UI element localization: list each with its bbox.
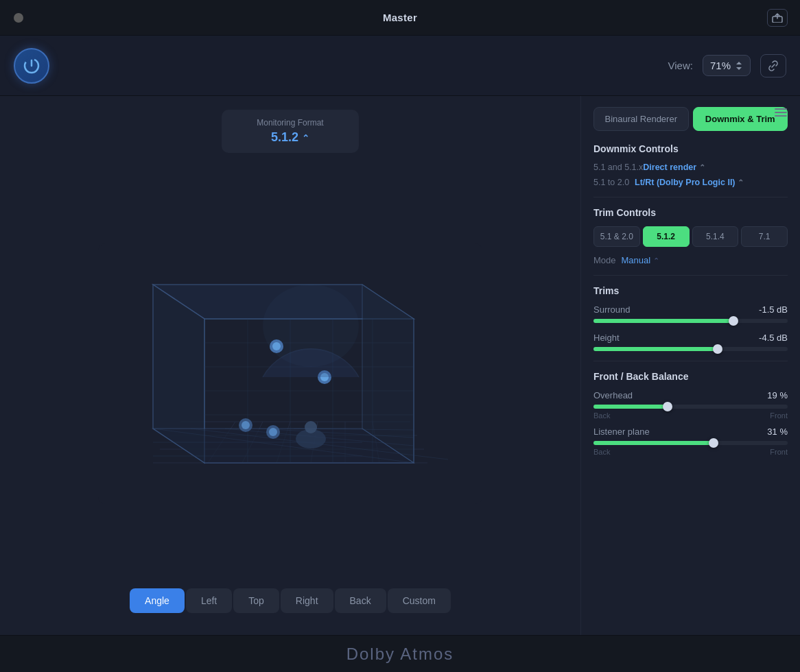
listener-label: Listener plane — [593, 427, 650, 437]
view-stepper[interactable]: 71% — [703, 55, 751, 76]
overhead-back-label: Back — [593, 411, 610, 420]
height-slider-fill — [593, 347, 718, 351]
downmix-value-2[interactable]: Lt/Rt (Dolby Pro Logic II) ⌃ — [635, 178, 744, 187]
main-content: Monitoring Format 5.1.2 ⌃ — [0, 96, 800, 635]
mode-value[interactable]: Manual ⌃ — [622, 255, 659, 265]
downmix-value-1[interactable]: Direct render ⌃ — [643, 163, 705, 172]
cube-visualization — [98, 243, 482, 504]
monitoring-label: Monitoring Format — [235, 118, 345, 128]
downmix-row-1: 5.1 and 5.1.x Direct render ⌃ — [593, 163, 788, 172]
listener-back-label: Back — [593, 448, 610, 456]
height-slider-thumb[interactable] — [713, 344, 722, 354]
trims-title: Trims — [593, 285, 788, 296]
view-btn-back[interactable]: Back — [335, 588, 386, 613]
view-btn-custom[interactable]: Custom — [388, 588, 451, 613]
downmix-row-2: 5.1 to 2.0 Lt/Rt (Dolby Pro Logic II) ⌃ — [593, 178, 788, 187]
svg-point-39 — [242, 421, 250, 429]
mode-label: Mode — [593, 255, 616, 265]
view-btn-top[interactable]: Top — [233, 588, 279, 613]
view-buttons-group: Angle Left Top Right Back Custom — [14, 580, 567, 621]
panel-menu-icon[interactable] — [774, 107, 788, 121]
main-tab-group: Binaural Renderer Downmix & Trim — [593, 107, 788, 131]
overhead-value: 19 % — [767, 390, 788, 400]
titlebar-title: Master — [383, 12, 417, 23]
svg-point-44 — [263, 285, 359, 367]
trim-tab-514[interactable]: 5.1.4 — [692, 226, 739, 247]
downmix-format-2: 5.1 to 2.0 — [593, 178, 635, 187]
overhead-front-label: Front — [770, 411, 788, 420]
listener-slider-section: Listener plane 31 % — [593, 427, 788, 445]
surround-slider-thumb[interactable] — [729, 316, 738, 326]
listener-back-front-labels: Back Front — [593, 448, 788, 456]
surround-value: -1.5 dB — [759, 304, 788, 315]
view-value: 71% — [710, 60, 731, 71]
divider-1 — [593, 197, 788, 197]
titlebar-dot — [14, 13, 23, 23]
titlebar: Master — [0, 0, 800, 36]
export-button[interactable] — [767, 9, 788, 27]
trim-tab-71[interactable]: 7.1 — [741, 226, 788, 247]
height-slider-track[interactable] — [593, 347, 788, 351]
view-btn-left[interactable]: Left — [186, 588, 232, 613]
monitoring-value[interactable]: 5.1.2 ⌃ — [235, 130, 345, 145]
view-btn-angle[interactable]: Angle — [130, 588, 185, 613]
overhead-slider-track[interactable] — [593, 405, 788, 409]
trim-tab-512[interactable]: 5.1.2 — [643, 226, 690, 247]
overhead-slider-header: Overhead 19 % — [593, 390, 788, 400]
trim-tab-group: 5.1 & 2.0 5.1.2 5.1.4 7.1 — [593, 226, 788, 247]
surround-slider-fill — [593, 319, 733, 323]
trim-controls-title: Trim Controls — [593, 207, 788, 218]
overhead-slider-section: Overhead 19 % — [593, 390, 788, 409]
downmix-controls-title: Downmix Controls — [593, 143, 788, 154]
overhead-back-front-labels: Back Front — [593, 411, 788, 420]
listener-slider-thumb[interactable] — [709, 438, 718, 448]
monitoring-format: Monitoring Format 5.1.2 ⌃ — [222, 110, 359, 153]
header-right: View: 71% — [668, 54, 786, 77]
listener-slider-fill — [593, 441, 714, 445]
svg-point-43 — [305, 421, 317, 433]
front-back-title: Front / Back Balance — [593, 371, 788, 382]
right-panel: Binaural Renderer Downmix & Trim Downmix… — [580, 96, 800, 635]
surround-slider-track[interactable] — [593, 319, 788, 323]
listener-value: 31 % — [767, 427, 788, 437]
surround-slider-section: Surround -1.5 dB — [593, 304, 788, 323]
listener-front-label: Front — [770, 448, 788, 456]
view-label: View: — [668, 60, 693, 71]
height-label: Height — [593, 333, 620, 343]
divider-3 — [593, 361, 788, 361]
height-value: -4.5 dB — [759, 333, 788, 343]
listener-slider-track[interactable] — [593, 441, 788, 445]
footer: Dolby Atmos — [0, 635, 800, 672]
height-slider-section: Height -4.5 dB — [593, 333, 788, 351]
surround-label: Surround — [593, 304, 630, 315]
overhead-label: Overhead — [593, 390, 633, 400]
tab-binaural[interactable]: Binaural Renderer — [593, 107, 689, 131]
svg-point-41 — [269, 428, 277, 436]
mode-row: Mode Manual ⌃ — [593, 255, 788, 265]
overhead-slider-thumb[interactable] — [663, 402, 672, 411]
footer-text: Dolby Atmos — [346, 645, 454, 664]
listener-slider-header: Listener plane 31 % — [593, 427, 788, 437]
downmix-format-1: 5.1 and 5.1.x — [593, 163, 643, 172]
divider-2 — [593, 275, 788, 276]
overhead-slider-fill — [593, 405, 668, 409]
3d-scene — [14, 167, 567, 580]
height-slider-header: Height -4.5 dB — [593, 333, 788, 343]
3d-view-area: Monitoring Format 5.1.2 ⌃ — [0, 96, 580, 635]
trim-tab-51-20[interactable]: 5.1 & 2.0 — [593, 226, 640, 247]
surround-slider-header: Surround -1.5 dB — [593, 304, 788, 315]
header: View: 71% — [0, 36, 800, 96]
view-btn-right[interactable]: Right — [281, 588, 333, 613]
power-button[interactable] — [14, 48, 49, 84]
link-button[interactable] — [760, 54, 786, 77]
